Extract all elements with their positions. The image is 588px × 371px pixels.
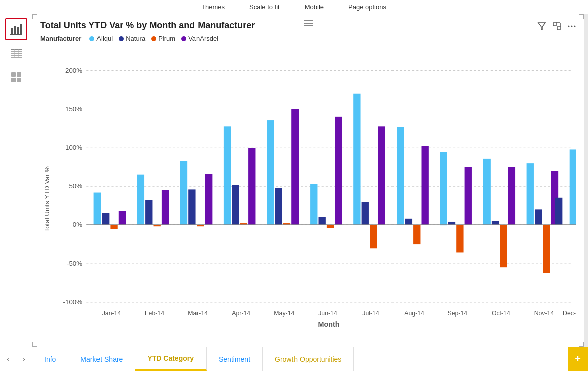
main-layout: Total Units YTD Var % by Month and Manuf… bbox=[0, 14, 588, 347]
sidebar bbox=[0, 14, 32, 347]
tab-prev-button[interactable]: ‹ bbox=[0, 347, 16, 371]
scale-to-fit-menu[interactable]: Scale to fit bbox=[237, 1, 292, 13]
legend-label: Manufacturer bbox=[40, 35, 81, 42]
svg-rect-15 bbox=[17, 78, 21, 82]
bar-oct-natura bbox=[492, 221, 499, 225]
bar-jan-natura bbox=[102, 213, 109, 225]
svg-text:-100%: -100% bbox=[63, 298, 83, 306]
legend-name-vanarsdel: VanArsdel bbox=[188, 35, 218, 42]
bar-apr-vanarsdel bbox=[248, 148, 255, 225]
bar-feb-natura bbox=[145, 200, 152, 225]
corner-tr bbox=[579, 14, 584, 19]
svg-rect-1 bbox=[14, 26, 16, 34]
bar-jul-pirum bbox=[370, 225, 377, 248]
legend-dot-pirum bbox=[151, 36, 156, 41]
svg-rect-12 bbox=[11, 72, 16, 77]
bar-jan-aliqui bbox=[94, 193, 101, 225]
add-tab-button[interactable]: + bbox=[568, 347, 588, 371]
filter-icon[interactable] bbox=[536, 20, 548, 32]
svg-text:0%: 0% bbox=[73, 221, 82, 228]
bar-may-natura bbox=[275, 188, 282, 225]
svg-rect-14 bbox=[11, 78, 16, 82]
bar-aug-vanarsdel bbox=[422, 146, 429, 225]
svg-text:Mar-14: Mar-14 bbox=[188, 310, 208, 317]
legend-dot-aliqui bbox=[89, 36, 94, 41]
legend-item-natura: Natura bbox=[119, 35, 145, 42]
bar-jan-pirum bbox=[110, 225, 117, 229]
svg-rect-4 bbox=[10, 34, 22, 35]
chart-toolbar bbox=[536, 20, 578, 32]
svg-text:Apr-14: Apr-14 bbox=[232, 310, 250, 317]
sidebar-icon-pages[interactable] bbox=[5, 66, 27, 88]
bar-nov-aliqui bbox=[527, 163, 534, 225]
corner-br bbox=[579, 342, 584, 347]
bar-jun-vanarsdel bbox=[335, 117, 342, 225]
legend-item-aliqui: Aliqui bbox=[89, 35, 113, 42]
bar-jul-aliqui bbox=[353, 94, 360, 225]
svg-text:Oct-14: Oct-14 bbox=[492, 310, 510, 317]
bar-mar-aliqui bbox=[180, 161, 187, 225]
bar-jan-vanarsdel bbox=[119, 211, 126, 225]
svg-rect-7 bbox=[11, 53, 22, 54]
svg-text:Sep-14: Sep-14 bbox=[447, 310, 467, 317]
bar-mar-vanarsdel bbox=[205, 174, 212, 225]
legend-item-pirum: Pirum bbox=[151, 35, 175, 42]
bar-sep-pirum bbox=[456, 225, 463, 252]
corner-tl bbox=[32, 14, 37, 19]
svg-text:Nov-14: Nov-14 bbox=[534, 310, 554, 317]
bar-nov-natura bbox=[535, 209, 542, 225]
tab-sentiment[interactable]: Sentiment bbox=[207, 347, 263, 371]
svg-text:Total Units YTD Var %: Total Units YTD Var % bbox=[43, 166, 51, 232]
tab-next-button[interactable]: › bbox=[16, 347, 32, 371]
legend-item-vanarsdel: VanArsdel bbox=[181, 35, 218, 42]
tab-growth-opportunities[interactable]: Growth Opportunities bbox=[263, 347, 354, 371]
svg-text:200%: 200% bbox=[65, 67, 82, 74]
expand-icon[interactable] bbox=[551, 20, 563, 32]
bar-apr-aliqui bbox=[224, 126, 231, 225]
svg-text:Jul-14: Jul-14 bbox=[362, 310, 379, 317]
mobile-menu[interactable]: Mobile bbox=[292, 1, 336, 13]
bar-apr-natura bbox=[232, 185, 239, 225]
tab-market-share[interactable]: Market Share bbox=[68, 347, 135, 371]
bar-aug-aliqui bbox=[397, 127, 404, 225]
bar-sep-vanarsdel bbox=[465, 167, 472, 225]
bar-jun-aliqui bbox=[310, 184, 317, 225]
svg-rect-0 bbox=[11, 28, 13, 34]
svg-rect-6 bbox=[11, 51, 22, 52]
svg-text:Aug-14: Aug-14 bbox=[404, 310, 424, 317]
sidebar-icon-table[interactable] bbox=[5, 42, 27, 64]
bar-may-aliqui bbox=[267, 120, 274, 225]
corner-bl bbox=[32, 342, 37, 347]
bar-aug-natura bbox=[405, 219, 412, 225]
right-resize-handle[interactable] bbox=[584, 14, 588, 347]
chart-area: Total Units YTD Var % by Month and Manuf… bbox=[32, 14, 584, 347]
svg-text:50%: 50% bbox=[69, 182, 82, 190]
svg-text:Jan-14: Jan-14 bbox=[102, 310, 121, 317]
svg-text:150%: 150% bbox=[65, 105, 82, 113]
bar-jul-natura bbox=[362, 202, 369, 225]
bar-oct-aliqui bbox=[483, 159, 491, 225]
bar-feb-vanarsdel bbox=[162, 190, 169, 225]
svg-rect-3 bbox=[20, 24, 22, 34]
sidebar-icon-barchart[interactable] bbox=[5, 18, 27, 40]
tab-ytd-category[interactable]: YTD Category bbox=[135, 347, 207, 371]
hamburger-menu[interactable] bbox=[304, 20, 313, 26]
svg-point-21 bbox=[568, 26, 570, 27]
legend-name-pirum: Pirum bbox=[158, 35, 175, 42]
tab-info[interactable]: Info bbox=[32, 347, 68, 371]
top-bar: Themes Scale to fit Mobile Page options bbox=[0, 0, 588, 14]
more-icon[interactable] bbox=[566, 20, 578, 32]
svg-point-23 bbox=[574, 26, 576, 27]
svg-text:May-14: May-14 bbox=[274, 310, 295, 317]
svg-text:Month: Month bbox=[318, 320, 339, 328]
bottom-tabs: ‹ › Info Market Share YTD Category Senti… bbox=[0, 347, 588, 371]
legend-dot-vanarsdel bbox=[181, 36, 186, 41]
bar-oct-vanarsdel bbox=[508, 167, 515, 225]
svg-text:100%: 100% bbox=[65, 144, 82, 151]
bar-jun-pirum bbox=[327, 225, 334, 228]
bar-may-vanarsdel bbox=[291, 109, 299, 225]
themes-menu[interactable]: Themes bbox=[189, 1, 237, 13]
page-options-menu[interactable]: Page options bbox=[336, 1, 399, 13]
bar-oct-pirum bbox=[500, 225, 507, 267]
legend-dot-natura bbox=[119, 36, 124, 41]
